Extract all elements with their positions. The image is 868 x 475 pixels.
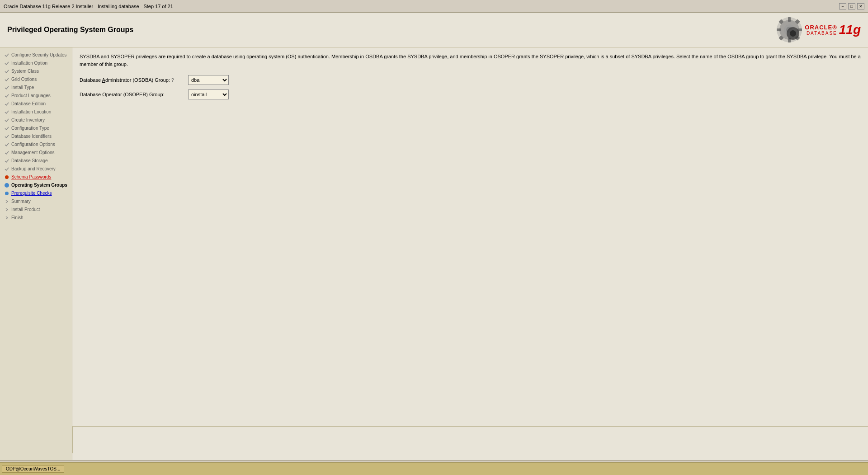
step-icon-blue-circle bbox=[4, 182, 10, 188]
sidebar-label: Backup and Recovery bbox=[11, 166, 56, 172]
sidebar-label: Configuration Type bbox=[11, 125, 49, 132]
sidebar-item-install-type[interactable]: Install Type bbox=[0, 84, 72, 92]
page-title: Privileged Operating System Groups bbox=[7, 26, 133, 34]
step-icon-check bbox=[4, 76, 10, 83]
step-icon-arrow bbox=[4, 215, 10, 221]
sidebar-item-backup-and-recovery[interactable]: Backup and Recovery bbox=[0, 165, 72, 173]
sidebar-label: Configure Security Updates bbox=[11, 52, 66, 58]
oracle-db-label: DATABASE bbox=[807, 31, 837, 36]
oracle-logo-text: ORACLE® DATABASE bbox=[805, 24, 837, 36]
sidebar-label: Schema Passwords bbox=[11, 174, 51, 180]
oracle-brand: ORACLE® bbox=[805, 24, 837, 31]
sidebar-label: Configuration Options bbox=[11, 141, 55, 148]
oracle-version: 11g bbox=[839, 23, 861, 37]
operator-group-select[interactable]: oinstall dba bbox=[188, 89, 229, 99]
sidebar-label: Grid Options bbox=[11, 76, 37, 83]
sidebar-item-database-identifiers[interactable]: Database Identifiers bbox=[0, 132, 72, 141]
sidebar-item-finish[interactable]: Finish bbox=[0, 214, 72, 222]
dba-group-select[interactable]: dba oinstall bbox=[188, 75, 229, 85]
log-area bbox=[72, 426, 868, 453]
sidebar-item-management-options[interactable]: Management Options bbox=[0, 149, 72, 157]
step-icon-check bbox=[4, 68, 10, 75]
taskbar-app-item[interactable]: ODP@OceanWavesTOS... bbox=[2, 465, 64, 473]
step-icon-check bbox=[4, 109, 10, 115]
dba-group-label: Database Administrator (OSDBA) Group: ? bbox=[80, 77, 188, 83]
step-icon-check bbox=[4, 60, 10, 66]
sidebar-label: Database Edition bbox=[11, 101, 46, 107]
svg-rect-4 bbox=[777, 28, 781, 31]
step-icon-check bbox=[4, 117, 10, 123]
sidebar-label: Installation Location bbox=[11, 109, 51, 115]
sidebar-label: System Class bbox=[11, 68, 39, 75]
sidebar-label: Install Product bbox=[11, 207, 40, 213]
sidebar-item-create-inventory[interactable]: Create Inventory bbox=[0, 116, 72, 124]
sidebar-item-summary[interactable]: Summary bbox=[0, 198, 72, 206]
step-icon-arrow bbox=[4, 198, 10, 205]
main-window: Privileged Operating System Groups bbox=[0, 13, 868, 475]
operator-group-row: Database Operator (OSOPER) Group: oinsta… bbox=[80, 89, 861, 99]
main-content-panel: SYSDBA and SYSOPER privileges are requir… bbox=[72, 47, 868, 460]
description-text: SYSDBA and SYSOPER privileges are requir… bbox=[80, 53, 861, 68]
sidebar-item-configure-security-updates[interactable]: Configure Security Updates bbox=[0, 51, 72, 59]
content-area: Configure Security Updates Installation … bbox=[0, 47, 868, 460]
step-icon-check bbox=[4, 101, 10, 107]
taskbar: ODP@OceanWavesTOS... bbox=[0, 462, 868, 475]
sidebar-item-configuration-options[interactable]: Configuration Options bbox=[0, 141, 72, 149]
sidebar-item-configuration-type[interactable]: Configuration Type bbox=[0, 124, 72, 132]
sidebar-item-installation-location[interactable]: Installation Location bbox=[0, 108, 72, 116]
sidebar-item-prerequisite-checks[interactable]: Prerequisite Checks bbox=[0, 189, 72, 198]
sidebar-item-product-languages[interactable]: Product Languages bbox=[0, 92, 72, 100]
sidebar-item-database-edition[interactable]: Database Edition bbox=[0, 100, 72, 108]
sidebar-label: Summary bbox=[11, 198, 31, 205]
sidebar-label: Database Storage bbox=[11, 158, 48, 164]
step-icon-arrow bbox=[4, 207, 10, 213]
sidebar-item-install-product[interactable]: Install Product bbox=[0, 206, 72, 214]
dba-group-help-icon[interactable]: ? bbox=[171, 78, 174, 83]
sidebar-item-system-class[interactable]: System Class bbox=[0, 67, 72, 75]
restore-button[interactable]: □ bbox=[848, 3, 855, 9]
oracle-gear-icon bbox=[776, 16, 803, 43]
sidebar-label: Create Inventory bbox=[11, 117, 45, 123]
step-icon-check bbox=[4, 150, 10, 156]
step-icon-check bbox=[4, 141, 10, 148]
sidebar-item-schema-passwords[interactable]: Schema Passwords bbox=[0, 173, 72, 181]
oracle-logo: ORACLE® DATABASE 11g bbox=[776, 16, 861, 43]
sidebar-item-installation-option[interactable]: Installation Option bbox=[0, 59, 72, 67]
sidebar-label: Management Options bbox=[11, 150, 55, 156]
step-icon-check bbox=[4, 93, 10, 99]
svg-rect-2 bbox=[788, 17, 791, 22]
dba-group-row: Database Administrator (OSDBA) Group: ? … bbox=[80, 75, 861, 85]
operator-group-label: Database Operator (OSOPER) Group: bbox=[80, 92, 188, 97]
window-controls: − □ ✕ bbox=[839, 3, 864, 9]
window-title: Oracle Database 11g Release 2 Installer … bbox=[4, 4, 173, 9]
sidebar-label: Finish bbox=[11, 215, 24, 221]
step-icon-check bbox=[4, 52, 10, 58]
step-icon-red-dot bbox=[4, 174, 10, 180]
sidebar-label: Database Identifiers bbox=[11, 133, 52, 140]
sidebar-label: Install Type bbox=[11, 85, 34, 91]
step-icon-check bbox=[4, 166, 10, 172]
sidebar: Configure Security Updates Installation … bbox=[0, 47, 72, 460]
sidebar-item-grid-options[interactable]: Grid Options bbox=[0, 75, 72, 84]
sidebar-label: Product Languages bbox=[11, 93, 51, 99]
sidebar-label: Installation Option bbox=[11, 60, 47, 66]
title-bar: Oracle Database 11g Release 2 Installer … bbox=[0, 0, 868, 13]
step-icon-check bbox=[4, 133, 10, 140]
close-button[interactable]: ✕ bbox=[857, 3, 864, 9]
header: Privileged Operating System Groups bbox=[0, 13, 868, 47]
step-icon-check bbox=[4, 85, 10, 91]
step-icon-check bbox=[4, 125, 10, 132]
sidebar-label: Prerequisite Checks bbox=[11, 190, 52, 197]
step-icon-check bbox=[4, 158, 10, 164]
sidebar-label: Operating System Groups bbox=[11, 182, 67, 188]
step-icon-blue-circle-small bbox=[4, 190, 10, 197]
sidebar-item-database-storage[interactable]: Database Storage bbox=[0, 157, 72, 165]
minimize-button[interactable]: − bbox=[839, 3, 846, 9]
sidebar-item-operating-system-groups[interactable]: Operating System Groups bbox=[0, 181, 72, 189]
svg-point-14 bbox=[790, 30, 796, 37]
